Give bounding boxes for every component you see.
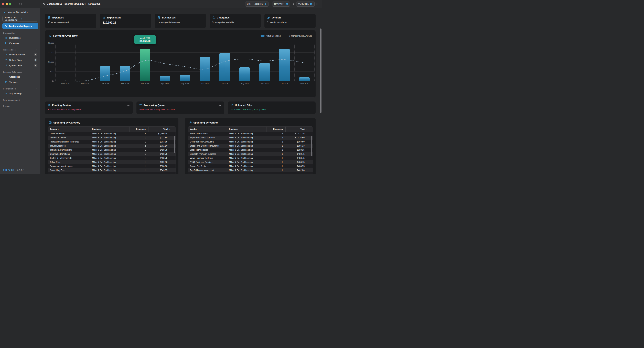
gridline — [55, 43, 314, 43]
stat-card-expenditure[interactable]: Expenditure$10,192.25 — [100, 14, 151, 28]
sidebar-item-label: Queued Files — [9, 64, 32, 67]
table-row[interactable]: AT&T Business ServicesMiller & Co. Bookk… — [188, 160, 313, 164]
close-window-button[interactable] — [2, 3, 4, 5]
column-header-vendor[interactable]: Vendor — [188, 127, 227, 132]
app-version: 1.0.0 (B1) — [16, 169, 24, 171]
chart-bar-jan-2025[interactable] — [100, 66, 110, 81]
chart-bar-oct-2025[interactable] — [279, 49, 290, 81]
stat-card-vendors[interactable]: Vendors51 vendors available — [264, 14, 316, 28]
sidebar-item-businesses[interactable]: Businesses — [2, 35, 38, 41]
sidebar-item-expenses[interactable]: Expenses — [2, 41, 38, 46]
table-row[interactable]: Travel ExpensesMiller & Co. Bookkeeping2… — [48, 144, 176, 148]
minimize-window-button[interactable] — [6, 3, 8, 5]
column-header-total[interactable]: Total — [148, 127, 176, 132]
column-header-total[interactable]: Total — [286, 127, 313, 132]
manage-subscription-button[interactable]: Manage Subscription — [2, 10, 38, 14]
sidebar-item-app-settings[interactable]: App Settings — [2, 91, 38, 96]
table-row[interactable]: TurboTax BusinessMiller & Co. Bookkeepin… — [188, 132, 313, 136]
start-date-field[interactable]: 11/20/2024 — [272, 2, 290, 7]
status-card-pending-review[interactable]: Pending ReviewYou have 6 expenses pendin… — [45, 101, 133, 114]
table-row[interactable]: Training & CertificationsMiller & Co. Bo… — [48, 148, 176, 152]
table-row[interactable]: Coffee & RefreshmentsMiller & Co. Bookke… — [48, 156, 176, 160]
stat-card-expenses[interactable]: Expenses46 expenses recorded — [45, 14, 96, 28]
table-row[interactable]: Office FurnitureMiller & Co. Bookkeeping… — [48, 132, 176, 136]
status-card-uploaded-files[interactable]: Uploaded FilesNo uploaded files waiting … — [228, 101, 316, 114]
sidebar-sections: OrganizationBusinessesExpensesProcess Fi… — [2, 31, 38, 108]
chart-bar-aug-2025[interactable] — [240, 67, 250, 81]
sidebar-section-data-management[interactable]: Data Management — [2, 98, 38, 102]
cell-name: Office Furniture — [48, 132, 90, 136]
x-axis-tick: May 2025 — [177, 83, 193, 85]
sidebar-item-pending-review[interactable]: Pending Review6 — [2, 52, 38, 57]
chart-bar-jul-2025[interactable] — [220, 53, 230, 81]
end-date-field[interactable]: 11/20/2025 — [296, 2, 314, 7]
chart-bar-apr-2025[interactable] — [160, 76, 170, 81]
calendar-icon[interactable] — [310, 3, 313, 6]
table-rows-icon[interactable] — [316, 2, 320, 6]
table-row[interactable]: Internet & PhoneMiller & Co. Bookkeeping… — [48, 136, 176, 140]
table-row[interactable]: Wave Financial SoftwareMiller & Co. Book… — [188, 156, 313, 160]
table-row[interactable]: Equipment MaintenanceMiller & Co. Bookke… — [48, 164, 176, 168]
table-row[interactable]: State Farm Business InsuranceMiller & Co… — [188, 144, 313, 148]
table-body: Office FurnitureMiller & Co. Bookkeeping… — [48, 132, 176, 172]
chart-bar-sep-2025[interactable] — [259, 63, 270, 81]
stat-cards-row: Expenses46 expenses recordedExpenditure$… — [45, 14, 316, 28]
status-card-message: No uploaded files waiting to be queued. — [230, 108, 313, 111]
table-row[interactable]: Square Business ServicesMiller & Co. Boo… — [188, 136, 313, 140]
calendar-icon[interactable] — [286, 3, 288, 6]
stat-card-categories[interactable]: Categories51 categories available — [210, 14, 261, 28]
table-row[interactable]: Dell Business ComputingMiller & Co. Book… — [188, 140, 313, 144]
cell-expenses: 2 — [266, 148, 286, 152]
column-header-expenses[interactable]: Expenses — [130, 127, 148, 132]
status-card-processing-queue[interactable]: Processing QueueYou have 6 files waiting… — [136, 101, 224, 114]
chart-bar-mar-2025[interactable] — [140, 49, 150, 81]
sidebar-item-categories[interactable]: Categories — [2, 74, 38, 80]
column-header-category[interactable]: Category — [48, 127, 90, 132]
table-row[interactable]: Office RentMiller & Co. Bookkeeping1$462… — [48, 160, 176, 164]
business-selector[interactable]: Miller & Co. Bookkeeping — [2, 16, 38, 22]
table-row[interactable]: PayPal Business AccountMiller & Co. Book… — [188, 168, 313, 172]
table-row[interactable]: Canva Pro BusinessMiller & Co. Bookkeepi… — [188, 164, 313, 168]
sidebar-section-expense-references[interactable]: Expense References — [2, 70, 38, 74]
sidebar-section-system[interactable]: System — [2, 104, 38, 108]
table-row[interactable]: Slack TechnologiesMiller & Co. Bookkeepi… — [188, 148, 313, 152]
start-date-value: 11/20/2024 — [274, 3, 284, 5]
page-scrollbar-thumb[interactable] — [320, 29, 322, 113]
cell-total: $488.75 — [148, 148, 176, 152]
column-header-business[interactable]: Business — [90, 127, 130, 132]
sidebar-section-organization[interactable]: Organization — [2, 31, 38, 35]
table-row[interactable]: Charitable DonationsMiller & Co. Bookkee… — [48, 152, 176, 156]
chart-bar-may-2025[interactable] — [180, 75, 190, 81]
sidebar-item-dashboard-reports[interactable]: Dashboard & Reports — [2, 23, 38, 29]
column-header-expenses[interactable]: Expenses — [266, 127, 286, 132]
sidebar-section-configuration[interactable]: Configuration — [2, 87, 38, 91]
column-header-business[interactable]: Business — [227, 127, 266, 132]
chevron-updown-icon — [20, 18, 23, 20]
chart-bar-nov-2025[interactable] — [299, 77, 310, 81]
chart-bar-feb-2025[interactable] — [120, 66, 130, 81]
cell-name: Consulting Fees — [48, 168, 90, 172]
currency-select[interactable]: USD – US Dollar — [245, 2, 268, 7]
cell-expenses: 1 — [266, 168, 286, 172]
spending-by-category-card: Spending by CategoryCategoryBusinessExpe… — [45, 118, 178, 174]
table-row[interactable]: Consulting FeesMiller & Co. Bookkeeping1… — [48, 168, 176, 172]
status-cards-row: Pending ReviewYou have 6 expenses pendin… — [45, 101, 316, 114]
table-scrollbar-thumb[interactable] — [311, 136, 312, 156]
gridline-vertical — [254, 43, 255, 81]
chart-bar-jun-2025[interactable] — [200, 57, 210, 81]
page-scrollbar[interactable] — [320, 8, 322, 174]
table-row[interactable]: LinkedIn Premium BusinessMiller & Co. Bo… — [188, 152, 313, 156]
table-row[interactable]: Professional Liability InsuranceMiller &… — [48, 140, 176, 144]
chevron-updown-icon — [264, 3, 267, 5]
sidebar-toggle-icon[interactable] — [19, 2, 22, 6]
sidebar-item-queued-files[interactable]: Queued Files6 — [2, 63, 38, 68]
sidebar-item-upload-files[interactable]: Upload Files0 — [2, 57, 38, 63]
sidebar-section-process-files[interactable]: Process Files — [2, 48, 38, 52]
table-scrollbar-thumb[interactable] — [174, 136, 175, 153]
cell-business: Miller & Co. Bookkeeping — [90, 164, 130, 168]
stat-card-businesses[interactable]: Businesses1 manageable business — [154, 14, 206, 28]
zoom-window-button[interactable] — [9, 3, 11, 5]
sidebar-item-label: Upload Files — [9, 59, 32, 61]
cell-name: Professional Liability Insurance — [48, 140, 90, 144]
sidebar-item-vendors[interactable]: Vendors — [2, 80, 38, 85]
